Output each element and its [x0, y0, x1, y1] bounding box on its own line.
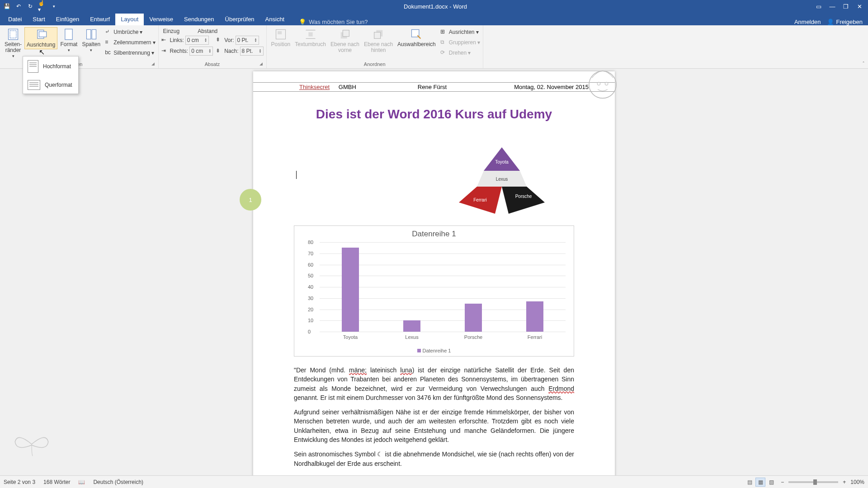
bar-chart[interactable]: Datenreihe 1 01020304050607080ToyotaLexu…: [294, 225, 574, 357]
web-layout-icon[interactable]: ▧: [766, 478, 776, 487]
send-backward-icon: [372, 28, 385, 41]
position-icon: [274, 28, 287, 41]
indent-left-label: Links:: [170, 37, 184, 43]
tab-einfuegen[interactable]: Einfügen: [51, 14, 85, 25]
align-icon: ⊞: [440, 28, 448, 36]
dialog-launcher-icon[interactable]: ◢: [151, 61, 155, 66]
tellme-search[interactable]: 💡: [290, 19, 794, 25]
spacing-before-input[interactable]: 0 Pt.▲▼: [236, 36, 259, 45]
columns-icon: [85, 28, 98, 41]
align-button[interactable]: ⊞Ausrichten ▾: [440, 27, 480, 37]
status-language[interactable]: Deutsch (Österreich): [93, 479, 143, 485]
size-icon: [62, 28, 75, 41]
maximize-icon[interactable]: ❐: [840, 2, 852, 11]
redo-icon[interactable]: ↻: [26, 2, 34, 10]
status-proofing-icon[interactable]: 📖: [78, 479, 85, 485]
ribbon-display-icon[interactable]: ▭: [813, 2, 825, 11]
svg-rect-6: [92, 30, 96, 39]
undo-icon[interactable]: ↶: [14, 2, 23, 10]
size-button[interactable]: Format▾: [58, 27, 79, 54]
hyphenation-button[interactable]: bcSilbentrennung ▾: [105, 48, 155, 58]
orientation-landscape[interactable]: Querformat: [23, 76, 78, 94]
portrait-icon: [28, 60, 38, 73]
line-numbers-icon: ≡: [105, 39, 112, 46]
margins-button[interactable]: Seiten- ränder▾: [3, 27, 24, 60]
lightbulb-icon: 💡: [299, 19, 306, 25]
group-paragraph: Einzug Abstand ⇤Links:0 cm▲▼ ⇥Rechts:0 c…: [159, 25, 267, 68]
ribbon-tabs: Datei Start Einfügen Entwurf Layout Verw…: [0, 13, 868, 25]
breaks-button[interactable]: ⤶Umbrüche ▾: [105, 27, 155, 37]
minimize-icon[interactable]: —: [826, 2, 838, 11]
close-icon[interactable]: ✕: [854, 2, 865, 11]
spacing-before-icon: ⇞: [216, 37, 223, 44]
tab-datei[interactable]: Datei: [3, 14, 27, 25]
spacing-after-input[interactable]: 8 Pt.▲▼: [240, 47, 264, 56]
tab-ueberpruefen[interactable]: Überprüfen: [220, 14, 260, 25]
indent-right-label: Rechts:: [170, 48, 189, 54]
tab-sendungen[interactable]: Sendungen: [179, 14, 220, 25]
svg-rect-9: [308, 32, 312, 36]
columns-button[interactable]: Spalten▾: [80, 27, 102, 54]
touch-mode-icon[interactable]: ☝▾: [38, 2, 46, 10]
svg-rect-5: [86, 30, 90, 39]
indent-label: Einzug: [163, 28, 180, 34]
tellme-input[interactable]: [309, 19, 426, 25]
dialog-launcher-icon[interactable]: ◢: [259, 61, 263, 66]
svg-rect-11: [343, 30, 349, 37]
zoom-in-icon[interactable]: +: [843, 479, 846, 485]
header-logo: [583, 69, 622, 102]
zoom-out-icon[interactable]: −: [781, 479, 784, 485]
zoom-slider[interactable]: [788, 481, 838, 483]
indent-right-input[interactable]: 0 cm▲▼: [189, 47, 213, 56]
text-wrap-button: Textumbruch: [293, 27, 328, 48]
bring-forward-button: Ebene nach vorne: [329, 27, 361, 54]
pyramid-chart[interactable]: Toyota Lexus Ferrari Porsche: [452, 144, 552, 221]
read-mode-icon[interactable]: ▤: [745, 478, 755, 487]
save-icon[interactable]: 💾: [3, 2, 11, 10]
status-wordcount[interactable]: 168 Wörter: [43, 479, 70, 485]
chart-plot-area: 01020304050607080ToyotaLexusPorscheFerra…: [320, 242, 566, 332]
tab-ansicht[interactable]: Ansicht: [260, 14, 290, 25]
quick-access-toolbar: 💾 ↶ ↻ ☝▾ ▾: [0, 2, 58, 10]
print-layout-icon[interactable]: ▦: [755, 478, 765, 487]
hyphenation-icon: bc: [105, 49, 112, 56]
orientation-portrait[interactable]: Hochformat: [23, 56, 78, 76]
position-button: Position: [269, 27, 292, 48]
zoom-level[interactable]: 100%: [850, 479, 864, 485]
status-page[interactable]: Seite 2 von 3: [4, 479, 35, 485]
tab-layout[interactable]: Layout: [115, 14, 144, 25]
group-label-absatz: Absatz◢: [161, 61, 264, 68]
legend-swatch: [417, 349, 421, 352]
selection-pane-button[interactable]: Auswahlbereich: [396, 27, 438, 48]
page: Thinksecret GMBH Rene Fürst Montag, 02. …: [253, 71, 615, 475]
line-numbers-button[interactable]: ≡Zeilennummern ▾: [105, 38, 155, 47]
landscape-icon: [28, 80, 40, 90]
tab-entwurf[interactable]: Entwurf: [85, 14, 115, 25]
svg-rect-13: [374, 32, 381, 38]
svg-text:Lexus: Lexus: [496, 177, 508, 182]
tab-verweise[interactable]: Verweise: [144, 14, 179, 25]
body-text[interactable]: "Der Mond (mhd. mäne; lateinisch luna) i…: [294, 366, 574, 468]
document-title: Dies ist der Word 2016 Kurs auf Udemy: [253, 107, 615, 122]
rotate-button: ⟳Drehen ▾: [440, 48, 480, 58]
spacing-label: Abstand: [198, 28, 217, 34]
anmelden-link[interactable]: Anmelden: [794, 19, 821, 25]
spacing-after-icon: ⇟: [216, 47, 223, 55]
svg-rect-3: [39, 32, 46, 37]
indent-left-icon: ⇤: [161, 37, 169, 44]
orientation-button[interactable]: Ausrichtung: [24, 27, 57, 49]
svg-text:Porsche: Porsche: [515, 194, 532, 199]
tab-start[interactable]: Start: [27, 14, 50, 25]
group-label-anordnen: Anordnen: [269, 61, 480, 68]
indent-left-input[interactable]: 0 cm▲▼: [185, 36, 209, 45]
qat-more-icon[interactable]: ▾: [50, 2, 58, 10]
window-title: Dokument1.docx - Word: [58, 3, 813, 10]
collapse-ribbon-icon[interactable]: ˆ: [863, 61, 864, 66]
butterfly-watermark: [13, 428, 51, 460]
titlebar: 💾 ↶ ↻ ☝▾ ▾ Dokument1.docx - Word ▭ — ❐ ✕: [0, 0, 868, 13]
svg-rect-4: [65, 29, 72, 39]
indent-right-icon: ⇥: [161, 47, 169, 55]
document-area[interactable]: Thinksecret GMBH Rene Fürst Montag, 02. …: [0, 69, 868, 475]
svg-marker-21: [502, 187, 545, 214]
freigeben-button[interactable]: 👤Freigeben: [827, 19, 863, 25]
